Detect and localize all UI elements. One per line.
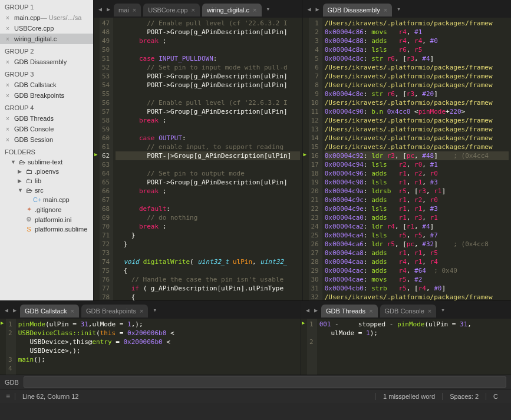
nav-forward-icon[interactable]: ▶ <box>107 6 110 12</box>
menu-icon[interactable]: ≡ <box>6 392 10 401</box>
sidebar-open-file[interactable]: × GDB Disassembly <box>0 57 93 67</box>
code-line[interactable]: 0x00004caa: adds r4, r1, r4 <box>325 257 509 266</box>
code-line[interactable]: 0x00004c96: adds r1, r2, r0 <box>325 169 509 178</box>
close-icon[interactable]: × <box>6 25 12 32</box>
nav-forward-icon[interactable]: ▶ <box>13 307 17 313</box>
code-line[interactable]: // Enable pull level (cf '22.6.3.2 I <box>116 19 299 28</box>
close-icon[interactable]: × <box>428 307 431 315</box>
code-line[interactable]: PORT->Group[g_APinDescription[ulPin] <box>116 28 299 37</box>
close-icon[interactable]: × <box>6 115 12 122</box>
code-line[interactable]: // do nothing <box>116 213 299 222</box>
folder-row[interactable]: ▶🗀.pioenvs <box>0 167 93 176</box>
editor-tab[interactable]: mai× <box>114 4 141 16</box>
code-line[interactable]: 001 - stopped - pinMode(ulPin = 31, <box>319 320 509 329</box>
code-line[interactable]: USBDevice>,); <box>18 346 298 355</box>
code-line[interactable]: 0x00004cae: movs r5, #2 <box>325 275 509 284</box>
close-icon[interactable]: × <box>384 6 387 14</box>
code-line[interactable]: /Users/ikravets/.platformio/packages/fra… <box>325 116 509 125</box>
code-line[interactable]: 0x00004cac: adds r4, #64 ; 0x40 <box>325 266 509 275</box>
editor-tab[interactable]: GDB Console× <box>380 305 437 318</box>
code-content[interactable]: pinMode(ulPin = 31,ulMode = 1,);USBDevic… <box>16 319 301 375</box>
code-line[interactable]: /Users/ikravets/.platformio/packages/fra… <box>325 125 509 134</box>
code-line[interactable]: /Users/ikravets/.platformio/packages/fra… <box>325 293 509 300</box>
code-line[interactable]: // enable input, to support reading <box>116 143 299 151</box>
editor-area[interactable]: ▶474849505152535455565758596061626364656… <box>94 18 302 300</box>
code-line[interactable]: 0x00004c8a: lsls r6, r5 <box>325 45 509 54</box>
sidebar-open-file[interactable]: × main.cpp — Users/.../sa <box>0 12 93 23</box>
close-icon[interactable]: × <box>133 6 136 14</box>
folder-row[interactable]: ▼🗁src <box>0 186 93 195</box>
code-line[interactable]: 0x00004c9e: lsls r1, r1, #3 <box>325 204 509 213</box>
code-line[interactable]: 0x00004c9c: adds r1, r2, r0 <box>325 196 509 204</box>
code-line[interactable]: 0x00004c8c: str r6, [r3, #4] <box>325 54 509 63</box>
close-icon[interactable]: × <box>6 137 12 143</box>
code-line[interactable]: 0x00004ca8: adds r1, r1, r5 <box>325 249 509 257</box>
code-line[interactable]: PORT->Group[g_APinDescription[ulPin] <box>116 178 299 187</box>
code-line[interactable]: break ; <box>116 116 299 125</box>
code-line[interactable]: break ; <box>116 222 299 231</box>
code-line[interactable]: PORT-|>Group[g_APinDescription[ulPin] <box>116 151 299 160</box>
sidebar-open-file[interactable]: × GDB Session <box>0 134 93 145</box>
code-line[interactable] <box>116 249 299 257</box>
code-line[interactable]: ulMode = 1); <box>319 329 509 338</box>
sidebar-open-file[interactable]: × GDB Threads <box>0 113 93 124</box>
code-line[interactable]: pinMode(ulPin = 31,ulMode = 1,); <box>18 320 298 329</box>
chevron-down-icon[interactable]: ▼ <box>18 187 25 193</box>
code-line[interactable] <box>116 90 299 98</box>
code-line[interactable]: 0x00004c8e: str r6, [r3, #20] <box>325 90 509 98</box>
code-line[interactable]: default: <box>116 204 299 213</box>
tab-menu-icon[interactable]: ▾ <box>397 5 401 13</box>
code-line[interactable]: 0x00004c9a: ldrsb r5, [r3, r1] <box>325 187 509 196</box>
code-line[interactable]: case INPUT_PULLDOWN: <box>116 54 299 63</box>
file-row[interactable]: ⚙platformio.ini <box>0 214 93 224</box>
editor-tab[interactable]: wiring_digital.c× <box>202 4 262 16</box>
close-icon[interactable]: × <box>6 59 12 65</box>
code-line[interactable]: /Users/ikravets/.platformio/packages/fra… <box>325 81 509 90</box>
code-line[interactable]: 0x00004c98: lsls r1, r1, #3 <box>325 178 509 187</box>
code-line[interactable] <box>116 160 299 169</box>
code-line[interactable]: break ; <box>116 187 299 196</box>
close-icon[interactable]: × <box>140 307 143 315</box>
code-content[interactable]: /Users/ikravets/.platformio/packages/fra… <box>322 18 511 300</box>
code-line[interactable]: /Users/ikravets/.platformio/packages/fra… <box>325 143 509 151</box>
chevron-right-icon[interactable]: ▶ <box>18 178 25 184</box>
code-line[interactable]: main(); <box>18 355 298 364</box>
code-content[interactable]: 001 - stopped - pinMode(ulPin = 31, ulMo… <box>317 319 511 375</box>
code-line[interactable]: } <box>116 231 299 240</box>
code-line[interactable]: // Set pin to input mode with pull-d <box>116 63 299 72</box>
code-line[interactable]: 0x00004ca4: lsls r5, r5, #7 <box>325 231 509 240</box>
editor-area[interactable]: ▶123456789101112131415161718192021222324… <box>303 18 512 300</box>
code-line[interactable]: 0x00004c92: ldr r3, [pc, #48] ; (0x4cc4 <box>325 151 509 160</box>
nav-back-icon[interactable]: ◀ <box>5 307 8 313</box>
code-line[interactable] <box>319 338 509 346</box>
status-spaces[interactable]: Spaces: 2 <box>442 393 486 400</box>
file-row[interactable]: ✦.gitignore <box>0 204 93 214</box>
code-line[interactable]: 0x00004c90: b.n 0x4cc0 <pinMode+220> <box>325 107 509 116</box>
sidebar-open-file[interactable]: × GDB Console <box>0 124 93 134</box>
code-line[interactable] <box>116 196 299 204</box>
code-line[interactable]: void digitalWrite( uint32_t ulPin, uint3… <box>116 257 299 266</box>
close-icon[interactable]: × <box>369 307 372 315</box>
status-language[interactable]: C <box>486 393 505 400</box>
status-spell[interactable]: 1 misspelled word <box>375 393 442 400</box>
code-line[interactable]: /Users/ikravets/.platformio/packages/fra… <box>325 72 509 81</box>
code-line[interactable]: 0x00004ca6: ldr r5, [pc, #32] ; (0x4cc8 <box>325 240 509 249</box>
code-line[interactable]: /Users/ikravets/.platformio/packages/fra… <box>325 63 509 72</box>
tab-menu-icon[interactable]: ▾ <box>441 306 445 314</box>
close-icon[interactable]: × <box>6 36 12 42</box>
chevron-right-icon[interactable]: ▶ <box>18 168 25 174</box>
code-line[interactable]: 0x00004ca2: ldr r4, [r1, #4] <box>325 222 509 231</box>
code-line[interactable]: USBDeviceClass::init(this = 0x200006b0 < <box>18 329 298 338</box>
code-line[interactable]: // Enable pull level (cf '22.6.3.2 I <box>116 98 299 107</box>
code-line[interactable] <box>116 45 299 54</box>
editor-tab[interactable]: GDB Breakpoints× <box>81 305 148 318</box>
code-line[interactable]: 0x00004c88: adds r4, r4, #0 <box>325 37 509 45</box>
close-icon[interactable]: × <box>6 82 12 88</box>
file-row[interactable]: Splatformio.sublime <box>0 224 93 234</box>
close-icon[interactable]: × <box>6 126 12 133</box>
code-content[interactable]: // Enable pull level (cf '22.6.3.2 I POR… <box>113 18 302 300</box>
code-line[interactable]: PORT->Group[g_APinDescription[ulPin] <box>116 72 299 81</box>
tab-menu-icon[interactable]: ▾ <box>153 306 157 314</box>
code-line[interactable]: PORT->Group[g_APinDescription[ulPin] <box>116 107 299 116</box>
nav-forward-icon[interactable]: ▶ <box>314 307 318 313</box>
